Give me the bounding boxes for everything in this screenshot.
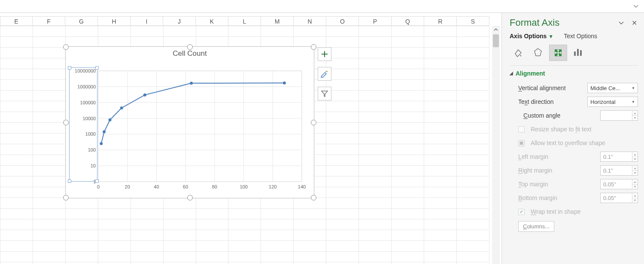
spinner-icon[interactable]: ▲▼ bbox=[632, 111, 638, 120]
svg-point-34 bbox=[103, 130, 106, 134]
svg-point-38 bbox=[190, 82, 193, 85]
column-header-P[interactable]: P bbox=[359, 16, 392, 26]
svg-text:40: 40 bbox=[154, 184, 159, 189]
column-header-J[interactable]: J bbox=[163, 16, 196, 26]
text-direction-select[interactable]: Horizontal▼ bbox=[587, 97, 638, 107]
effects-icon[interactable] bbox=[529, 45, 547, 60]
svg-point-37 bbox=[143, 94, 146, 97]
chart-plot[interactable]: 1101001000100001000001000000100000000204… bbox=[66, 58, 314, 194]
svg-text:60: 60 bbox=[183, 184, 188, 189]
column-header-F[interactable]: F bbox=[33, 16, 65, 26]
top-margin-input: 0.05"▲▼ bbox=[600, 179, 638, 189]
resize-handle[interactable] bbox=[63, 120, 69, 125]
tab-text-options[interactable]: Text Options bbox=[564, 33, 597, 39]
selection-handle[interactable] bbox=[68, 179, 71, 183]
columns-button: Columns... bbox=[518, 221, 554, 232]
resize-handle[interactable] bbox=[187, 44, 193, 50]
format-axis-pane: Format Axis ✕ Axis Options▼ Text Options bbox=[501, 13, 644, 264]
label-custom-angle: Custom angle bbox=[523, 112, 597, 119]
label-top-margin: Top margin bbox=[518, 181, 597, 188]
resize-shape-checkbox bbox=[518, 126, 525, 133]
bottom-margin-input: 0.05"▲▼ bbox=[600, 193, 638, 203]
column-header-E[interactable]: E bbox=[0, 16, 33, 26]
svg-text:0: 0 bbox=[97, 184, 100, 189]
resize-handle[interactable] bbox=[63, 44, 69, 50]
svg-text:20: 20 bbox=[125, 184, 130, 189]
formula-bar bbox=[0, 0, 644, 13]
resize-handle[interactable] bbox=[311, 120, 316, 125]
chart-elements-button[interactable] bbox=[318, 47, 331, 61]
label-left-margin: Left margin bbox=[518, 153, 597, 160]
worksheet-area[interactable]: EFGHIJKLMNOPQRS Cell Count 1101001000100… bbox=[0, 13, 501, 264]
resize-handle[interactable] bbox=[63, 195, 69, 200]
column-header-R[interactable]: R bbox=[424, 16, 457, 26]
svg-text:80: 80 bbox=[212, 184, 217, 189]
column-header-M[interactable]: M bbox=[261, 16, 294, 26]
size-properties-icon[interactable] bbox=[549, 45, 567, 61]
label-overflow: Allow text to overflow shape bbox=[531, 140, 638, 146]
resize-handle[interactable] bbox=[187, 195, 193, 200]
svg-rect-48 bbox=[577, 49, 579, 56]
selection-handle[interactable] bbox=[95, 66, 99, 70]
column-header-G[interactable]: G bbox=[65, 16, 98, 26]
fill-line-icon[interactable] bbox=[510, 45, 527, 60]
svg-text:140: 140 bbox=[298, 184, 306, 189]
label-wrap-text: Wrap text in shape bbox=[531, 208, 638, 215]
vertical-scrollbar[interactable] bbox=[492, 26, 500, 264]
label-right-margin: Right margin bbox=[518, 167, 597, 174]
column-headers[interactable]: EFGHIJKLMNOPQRS bbox=[0, 16, 489, 26]
resize-handle[interactable] bbox=[311, 44, 316, 50]
column-header-N[interactable]: N bbox=[294, 16, 326, 26]
label-bottom-margin: Bottom margin bbox=[518, 194, 597, 201]
scrollbar-thumb[interactable] bbox=[493, 34, 499, 47]
svg-rect-0 bbox=[98, 71, 302, 182]
selection-handle[interactable] bbox=[95, 179, 99, 183]
y-axis-selection[interactable] bbox=[69, 67, 97, 182]
overflow-checkbox bbox=[518, 140, 525, 146]
resize-handle[interactable] bbox=[311, 195, 316, 200]
column-header-Q[interactable]: Q bbox=[392, 16, 424, 26]
svg-point-35 bbox=[109, 118, 112, 121]
column-header-O[interactable]: O bbox=[326, 16, 359, 26]
label-text-direction: Text direction bbox=[518, 98, 584, 105]
scroll-up-icon[interactable] bbox=[492, 26, 500, 33]
section-alignment[interactable]: ◢Alignment bbox=[510, 70, 638, 77]
pane-title: Format Axis bbox=[510, 17, 559, 28]
svg-point-36 bbox=[120, 106, 123, 109]
svg-text:120: 120 bbox=[269, 184, 276, 189]
chart-filters-button[interactable] bbox=[318, 87, 331, 100]
formula-bar-expand-icon[interactable] bbox=[632, 2, 640, 10]
close-icon[interactable]: ✕ bbox=[630, 19, 638, 27]
axis-options-icon[interactable] bbox=[570, 45, 587, 60]
tab-axis-options[interactable]: Axis Options▼ bbox=[510, 33, 553, 39]
pane-options-icon[interactable] bbox=[617, 19, 625, 27]
svg-point-33 bbox=[100, 142, 103, 145]
column-header-L[interactable]: L bbox=[228, 16, 261, 26]
column-header-K[interactable]: K bbox=[196, 16, 228, 26]
wrap-text-checkbox bbox=[518, 209, 525, 215]
chart-styles-button[interactable] bbox=[318, 67, 331, 81]
selection-handle[interactable] bbox=[68, 66, 71, 70]
column-header-S[interactable]: S bbox=[457, 16, 489, 26]
right-margin-input: 0.1"▲▼ bbox=[600, 165, 638, 176]
column-header-H[interactable]: H bbox=[98, 16, 131, 26]
column-header-I[interactable]: I bbox=[131, 16, 163, 26]
svg-rect-47 bbox=[574, 52, 576, 56]
custom-angle-input[interactable]: ▲▼ bbox=[600, 110, 638, 121]
label-vertical-alignment: Vertical alignment bbox=[518, 85, 584, 91]
svg-point-39 bbox=[283, 82, 286, 85]
chart-object[interactable]: Cell Count 11010010001000010000010000001… bbox=[65, 46, 314, 198]
svg-rect-42 bbox=[325, 71, 328, 72]
vertical-alignment-select[interactable]: Middle Ce...▼ bbox=[587, 83, 638, 93]
svg-rect-49 bbox=[580, 50, 582, 56]
label-resize-shape: Resize shape to fit text bbox=[531, 126, 638, 133]
left-margin-input: 0.1"▲▼ bbox=[600, 152, 638, 162]
svg-text:100: 100 bbox=[240, 184, 247, 189]
svg-marker-43 bbox=[535, 49, 541, 56]
